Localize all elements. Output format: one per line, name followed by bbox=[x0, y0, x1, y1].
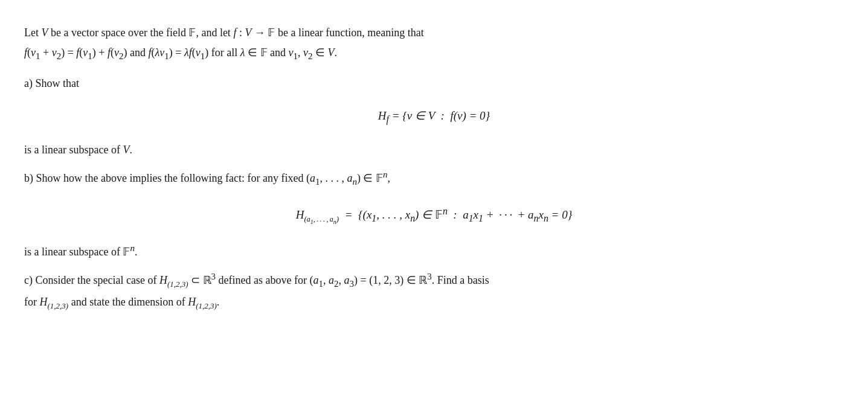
math-content: Let V be a vector space over the field 𝔽… bbox=[24, 18, 844, 327]
part-c-continuation: for H(1,2,3) and state the dimension of … bbox=[24, 293, 844, 312]
part-b-formula: H(a1, . . . , an) = {(x1, . . . , xn) ∈ … bbox=[24, 203, 844, 227]
part-b-label: b) Show how the above implies the follow… bbox=[24, 167, 844, 189]
intro-formula-line: f(v1 + v2) = f(v1) + f(v2) and f(λv1) = … bbox=[24, 44, 844, 63]
intro-paragraph: Let V be a vector space over the field 𝔽… bbox=[24, 24, 844, 42]
part-b-conclusion: is a linear subspace of 𝔽n. bbox=[24, 241, 844, 261]
part-a-conclusion: is a linear subspace of V. bbox=[24, 141, 844, 159]
part-c-label: c) Consider the special case of H(1,2,3)… bbox=[24, 269, 844, 291]
part-a-label: a) Show that bbox=[24, 75, 844, 92]
part-a-formula: Hf = {v ∈ V : f(v) = 0} bbox=[24, 107, 844, 127]
